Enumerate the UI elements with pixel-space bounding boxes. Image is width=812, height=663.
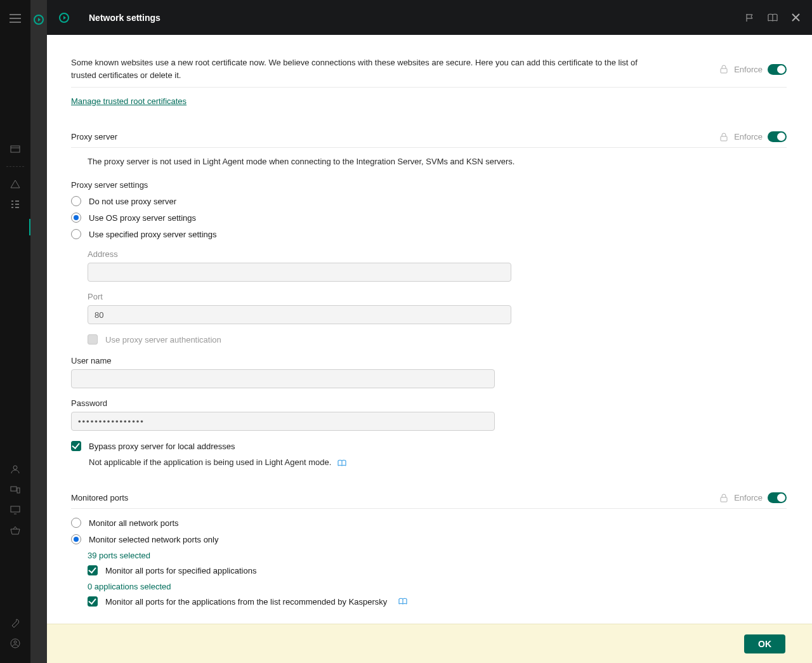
radio-icon [71, 196, 81, 206]
ports-enforce-toggle[interactable] [768, 492, 787, 503]
help-book-icon[interactable] [398, 598, 407, 605]
page-title: Network settings [89, 13, 160, 23]
help-book-icon[interactable] [768, 13, 778, 23]
proxy-title: Proxy server [71, 132, 117, 141]
radio-monitor-all-ports[interactable]: Monitor all network ports [71, 518, 787, 528]
svg-rect-2 [11, 487, 16, 491]
radio-label: Monitor all network ports [89, 518, 179, 528]
monitor-apps-label: Monitor all ports for specified applicat… [105, 566, 256, 575]
lock-icon [720, 494, 729, 502]
monitor-recommended-label: Monitor all ports for the applications f… [105, 597, 387, 607]
modal-footer: OK [47, 624, 812, 663]
hamburger-menu-icon[interactable] [10, 13, 21, 24]
enforce-label: Enforce [734, 493, 763, 502]
proxy-settings-label: Proxy server settings [71, 180, 787, 190]
proxy-address-input[interactable] [88, 263, 511, 282]
checkbox-icon [88, 596, 98, 607]
header-app-icon [58, 12, 70, 23]
user-icon[interactable] [10, 464, 21, 475]
wrench-icon[interactable] [10, 617, 21, 629]
radio-icon [71, 229, 81, 239]
certificates-description: Some known websites use a new root certi… [71, 56, 661, 82]
proxy-mode-note: The proxy server is not used in Light Ag… [88, 157, 787, 166]
certificates-section-head: Some known websites use a new root certi… [71, 56, 787, 88]
radio-use-os-proxy[interactable]: Use OS proxy server settings [71, 213, 787, 223]
window-icon[interactable] [10, 143, 21, 155]
proxy-auth-checkbox[interactable]: Use proxy server authentication [88, 334, 787, 345]
address-label: Address [88, 249, 787, 259]
radio-monitor-selected-ports[interactable]: Monitor selected network ports only [71, 534, 787, 544]
monitor-recommended-checkbox[interactable]: Monitor all ports for the applications f… [88, 596, 787, 607]
devices-icon[interactable] [10, 484, 21, 496]
ports-section-head: Monitored ports Enforce [71, 492, 787, 509]
proxy-username-input[interactable] [71, 369, 495, 388]
rail-separator [6, 166, 25, 167]
port-label: Port [88, 292, 787, 301]
svg-rect-10 [721, 136, 727, 141]
password-label: Password [71, 398, 787, 408]
svg-rect-4 [11, 506, 20, 512]
close-icon[interactable] [790, 13, 801, 23]
settings-modal: Network settings Some known websites use… [47, 0, 812, 663]
modal-body: Some known websites use a new root certi… [47, 35, 812, 663]
proxy-auth-label: Use proxy server authentication [105, 335, 221, 345]
manage-certificates-link[interactable]: Manage trusted root certificates [71, 96, 187, 106]
monitor-apps-checkbox[interactable]: Monitor all ports for specified applicat… [88, 565, 787, 575]
checkbox-icon [88, 565, 98, 575]
radio-use-specified-proxy[interactable]: Use specified proxy server settings [71, 229, 787, 239]
ports-selected-link[interactable]: 39 ports selected [88, 551, 150, 560]
radio-label: Do not use proxy server [89, 197, 176, 206]
svg-rect-11 [721, 497, 727, 502]
ok-button[interactable]: OK [744, 634, 785, 653]
lock-icon [720, 65, 729, 74]
radio-do-not-use-proxy[interactable]: Do not use proxy server [71, 196, 787, 206]
app-left-rail [0, 0, 30, 663]
flag-icon[interactable] [745, 13, 755, 23]
checkbox-icon [71, 441, 81, 451]
svg-rect-0 [11, 146, 20, 152]
enforce-label: Enforce [734, 65, 763, 74]
proxy-enforce-toggle[interactable] [768, 131, 787, 142]
bypass-local-checkbox[interactable]: Bypass proxy server for local addresses [71, 441, 787, 451]
bypass-local-label: Bypass proxy server for local addresses [89, 442, 235, 451]
basket-icon[interactable] [10, 525, 21, 536]
radio-label: Use OS proxy server settings [89, 213, 196, 223]
checkbox-icon [88, 334, 98, 345]
lock-icon [720, 133, 729, 141]
radio-icon [71, 518, 81, 528]
radio-icon [71, 534, 81, 544]
proxy-password-input[interactable] [71, 412, 495, 431]
enforce-label: Enforce [734, 132, 763, 141]
background-panel [30, 0, 47, 663]
proxy-port-input[interactable] [88, 305, 511, 324]
svg-rect-9 [721, 69, 727, 73]
radio-label: Use specified proxy server settings [89, 230, 217, 239]
apps-selected-link[interactable]: 0 applications selected [88, 582, 171, 591]
username-label: User name [71, 356, 787, 365]
svg-point-6 [14, 641, 16, 643]
svg-rect-3 [17, 488, 20, 493]
alert-icon[interactable] [10, 178, 21, 190]
proxy-section-head: Proxy server Enforce [71, 131, 787, 148]
svg-point-1 [13, 466, 17, 469]
bypass-note: Not applicable if the application is bei… [89, 457, 331, 467]
account-circle-icon[interactable] [10, 638, 21, 649]
radio-icon [71, 213, 81, 223]
app-logo-icon [30, 11, 47, 28]
monitor-icon[interactable] [10, 504, 21, 516]
certificates-enforce-toggle[interactable] [768, 64, 787, 75]
ports-title: Monitored ports [71, 493, 128, 502]
help-book-icon[interactable] [337, 459, 346, 467]
modal-header: Network settings [47, 0, 812, 35]
list-icon[interactable] [10, 199, 21, 210]
radio-label: Monitor selected network ports only [89, 535, 218, 544]
